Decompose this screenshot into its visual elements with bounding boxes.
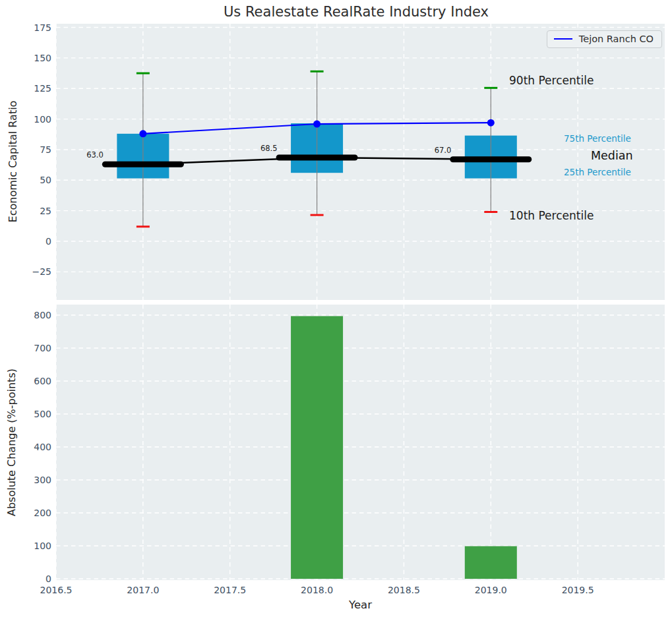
company-marker-2017 [139, 130, 146, 137]
bottom-y-tick-label: 500 [34, 409, 51, 419]
bottom-y-tick-label: 800 [34, 310, 51, 320]
top-y-axis-label: Economic Capital Ratio [7, 24, 20, 300]
top-y-tick-label: 25 [40, 206, 51, 216]
annotation-median: Median [591, 149, 633, 162]
change-bar-2018 [291, 316, 343, 579]
annotation-25th-percentile: 25th Percentile [564, 167, 631, 177]
top-y-tick-label: −25 [32, 266, 51, 277]
x-tick-label: 2017.5 [214, 585, 246, 595]
figure-root: Us Realestate RealRate Industry Index 63… [0, 0, 672, 621]
company-marker-2018 [313, 121, 321, 128]
x-tick-label: 2017.0 [127, 585, 159, 595]
company-marker-2019 [487, 119, 495, 127]
bottom-y-tick-label: 100 [34, 541, 51, 551]
top-y-tick-label: 75 [40, 144, 51, 155]
x-tick-label: 2016.5 [40, 585, 73, 595]
annotation-75th-percentile: 75th Percentile [564, 133, 631, 144]
bottom-y-tick-label: 200 [34, 508, 51, 518]
median-value-label-2019: 67.0 [435, 146, 452, 155]
bottom-y-tick-label: 400 [34, 442, 51, 452]
bottom-y-tick-label: 700 [34, 343, 51, 353]
x-tick-label: 2019.0 [475, 585, 507, 595]
median-segment-2019 [450, 156, 532, 162]
top-y-tick-label: 50 [40, 175, 51, 185]
x-tick-label: 2018.5 [388, 585, 420, 595]
top-y-tick-label: 150 [34, 53, 51, 63]
bottom-y-tick-label: 600 [34, 376, 51, 386]
median-value-label-2017: 63.0 [86, 150, 104, 160]
median-segment-2017 [102, 162, 184, 167]
annotation-10th-percentile: 10th Percentile [509, 209, 594, 222]
median-value-label-2018: 68.5 [260, 144, 278, 153]
top-y-tick-label: 125 [34, 83, 51, 94]
change-bar-2019 [465, 547, 517, 579]
x-tick-label: 2018.0 [301, 585, 333, 595]
top-y-tick-label: 0 [46, 236, 51, 247]
x-axis-label: Year [56, 599, 665, 611]
legend: Tejon Ranch CO [547, 30, 662, 48]
top-y-tick-label: 100 [34, 114, 51, 125]
x-tick-label: 2019.5 [562, 585, 594, 595]
legend-line-sample [554, 38, 572, 40]
bottom-y-tick-label: 300 [34, 475, 51, 485]
bottom-y-tick-label: 0 [46, 574, 51, 584]
annotation-90th-percentile: 90th Percentile [509, 74, 594, 87]
median-segment-2018 [276, 155, 358, 161]
legend-label: Tejon Ranch CO [579, 34, 654, 44]
top-y-tick-label: 175 [34, 22, 51, 33]
chart-canvas: 63.068.567.01751501251007550250−25800700… [0, 0, 672, 621]
bottom-y-axis-label: Absolute Change (%-points) [5, 305, 18, 580]
